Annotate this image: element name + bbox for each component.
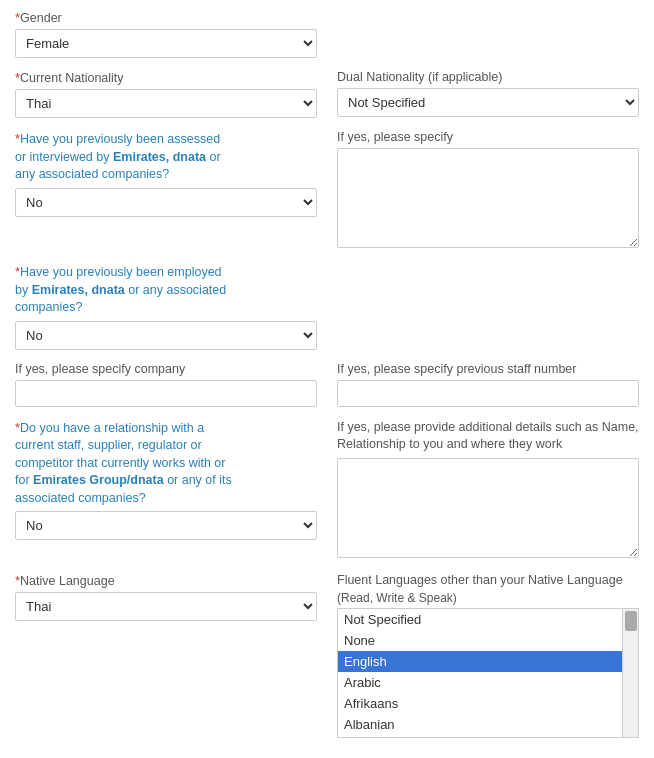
relationship-details-label-text: If yes, please provide additional detail…	[337, 420, 639, 452]
listbox-item-amharic[interactable]: Amharic	[338, 735, 622, 738]
gender-label-text: Gender	[20, 11, 62, 25]
fluent-languages-scrollbar[interactable]	[623, 608, 639, 738]
specify-staff-label: If yes, please specify previous staff nu…	[337, 362, 639, 376]
dual-nationality-label-text: Dual Nationality (if applicable)	[337, 70, 502, 84]
specify-staff-input[interactable]	[337, 380, 639, 407]
language-row: *Native Language Thai English Arabic Flu…	[15, 573, 639, 738]
relationship-details-col: If yes, please provide additional detail…	[337, 419, 639, 561]
employed-col: *Have you previously been employedby Emi…	[15, 263, 317, 350]
gender-col: *Gender Female Male Not Specified	[15, 10, 317, 58]
native-language-label: *Native Language	[15, 573, 317, 588]
relationship-row: *Do you have a relationship with acurren…	[15, 419, 639, 561]
assessed-label: *Have you previously been assessedor int…	[15, 130, 317, 184]
gender-select[interactable]: Female Male Not Specified	[15, 29, 317, 58]
relationship-col: *Do you have a relationship with acurren…	[15, 419, 317, 561]
employed-spacer	[337, 263, 639, 350]
specify-company-input[interactable]	[15, 380, 317, 407]
fluent-languages-listbox[interactable]: Not Specified None English Arabic Afrika…	[337, 608, 623, 738]
relationship-label: *Do you have a relationship with acurren…	[15, 419, 317, 508]
fluent-languages-sublabel: (Read, Write & Speak)	[337, 591, 639, 605]
listbox-item-not-specified[interactable]: Not Specified	[338, 609, 622, 630]
dual-nationality-select[interactable]: Not Specified Thai English	[337, 88, 639, 117]
native-language-label-text: Native Language	[20, 574, 115, 588]
assessed-col: *Have you previously been assessedor int…	[15, 130, 317, 251]
specify-staff-col: If yes, please specify previous staff nu…	[337, 362, 639, 407]
dual-nationality-label: Dual Nationality (if applicable)	[337, 70, 639, 84]
if-yes-specify-assessment-col: If yes, please specify	[337, 130, 639, 251]
if-yes-specify-assessment-label-text: If yes, please specify	[337, 130, 453, 144]
native-language-select[interactable]: Thai English Arabic	[15, 592, 317, 621]
listbox-item-afrikaans[interactable]: Afrikaans	[338, 693, 622, 714]
assessed-label-text: Have you previously been assessedor inte…	[15, 132, 221, 181]
gender-row: *Gender Female Male Not Specified	[15, 10, 639, 58]
fluent-languages-col: Fluent Languages other than your Native …	[337, 573, 639, 738]
dual-nationality-col: Dual Nationality (if applicable) Not Spe…	[337, 70, 639, 118]
gender-spacer	[337, 10, 639, 58]
specify-company-label: If yes, please specify company	[15, 362, 317, 376]
scrollbar-thumb	[625, 611, 637, 631]
current-nationality-label: *Current Nationality	[15, 70, 317, 85]
specify-company-label-text: If yes, please specify company	[15, 362, 185, 376]
listbox-item-albanian[interactable]: Albanian	[338, 714, 622, 735]
nationality-row: *Current Nationality Thai Not Specified …	[15, 70, 639, 118]
if-yes-specify-assessment-textarea[interactable]	[337, 148, 639, 248]
listbox-item-english[interactable]: English	[338, 651, 622, 672]
assessed-row: *Have you previously been assessedor int…	[15, 130, 639, 251]
relationship-details-label: If yes, please provide additional detail…	[337, 419, 639, 454]
listbox-item-arabic[interactable]: Arabic	[338, 672, 622, 693]
relationship-label-text: Do you have a relationship with acurrent…	[15, 421, 232, 505]
native-language-col: *Native Language Thai English Arabic	[15, 573, 317, 738]
listbox-item-none[interactable]: None	[338, 630, 622, 651]
if-yes-specify-assessment-label: If yes, please specify	[337, 130, 639, 144]
fluent-languages-listbox-wrapper: Not Specified None English Arabic Afrika…	[337, 608, 639, 738]
fluent-languages-label-text: Fluent Languages other than your Native …	[337, 573, 623, 587]
employed-select[interactable]: No Yes	[15, 321, 317, 350]
employed-label-text: Have you previously been employedby Emir…	[15, 265, 226, 314]
employed-row: *Have you previously been employedby Emi…	[15, 263, 639, 350]
fluent-languages-label: Fluent Languages other than your Native …	[337, 573, 639, 587]
relationship-select[interactable]: No Yes	[15, 511, 317, 540]
current-nationality-select[interactable]: Thai Not Specified	[15, 89, 317, 118]
specify-row: If yes, please specify company If yes, p…	[15, 362, 639, 407]
gender-label: *Gender	[15, 10, 317, 25]
relationship-details-textarea[interactable]	[337, 458, 639, 558]
assessed-select[interactable]: No Yes	[15, 188, 317, 217]
current-nationality-col: *Current Nationality Thai Not Specified	[15, 70, 317, 118]
current-nationality-label-text: Current Nationality	[20, 71, 124, 85]
specify-company-col: If yes, please specify company	[15, 362, 317, 407]
specify-staff-label-text: If yes, please specify previous staff nu…	[337, 362, 576, 376]
employed-label: *Have you previously been employedby Emi…	[15, 263, 317, 317]
